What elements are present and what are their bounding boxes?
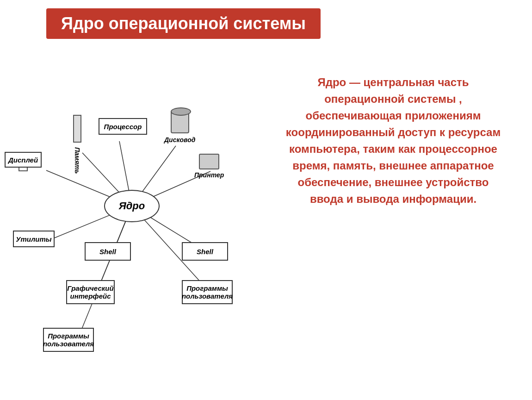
title-banner: Ядро операционной системы [46,8,321,39]
page-title: Ядро операционной системы [61,14,306,33]
utilities-label: Утилиты [13,231,55,247]
shell1-label: Shell [85,242,131,261]
diskdrive-label: Дисковод [164,136,195,144]
memory-icon [73,115,81,143]
display-label: Дисплей [5,152,42,168]
description-panel: Ядро — центральная часть операционной си… [273,65,513,217]
diskdrive-node: Дисковод [164,110,195,144]
cylinder-icon [171,110,189,133]
printer-icon [199,154,219,169]
display-node: Дисплей [13,152,33,172]
memory-label: Память [74,144,81,177]
memory-node: Память [73,115,81,177]
user-programs-left-label: Программы пользователя [43,328,94,352]
diagram: Ядро Дисплей Память Процессор Дисковод П… [0,46,268,394]
shell2-label: Shell [182,242,228,261]
graphical-interface-label: Графический интерфейс [66,280,115,304]
printer-node: Принтер [194,154,224,179]
nucleus-node: Ядро [104,190,160,222]
description-text: Ядро — центральная часть операционной си… [282,74,504,207]
nucleus-label: Ядро [119,200,145,212]
processor-label: Процессор [99,118,147,135]
printer-label: Принтер [194,171,224,179]
svg-line-10 [78,206,132,339]
user-programs-right-label: Программы пользователя [182,280,233,304]
